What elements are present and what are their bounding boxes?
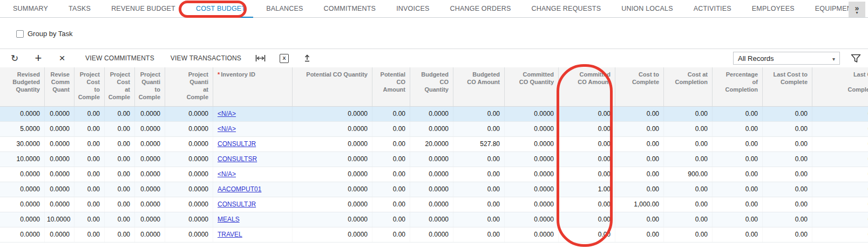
tab-union-locals[interactable]: UNION LOCALS [611,0,683,18]
cell-project_cost_at_completion[interactable]: 0.00 [105,107,135,121]
cell-committed_co_amount[interactable]: 0.00 [559,227,615,242]
cell-budgeted_co_amount[interactable]: 0.00 [453,227,505,242]
cell-budgeted_co_qty[interactable]: 0.0000 [410,107,453,121]
cell-last_cost_at_completion[interactable]: 0.00 [812,167,868,182]
cell-revised_budgeted_qty[interactable]: 0.0000 [0,212,45,227]
cell-committed_co_qty[interactable]: 0.0000 [505,197,559,212]
column-header-budgeted_co_qty[interactable]: BudgetedCOQuantity [410,67,453,106]
cell-last_cost_to_complete[interactable]: 0.00 [763,152,812,167]
column-header-last_cost_to_complete[interactable]: Last Cost toComplete [763,67,812,106]
cell-project_cost_at_completion[interactable]: 0.00 [105,212,135,227]
tab-cost-budget[interactable]: COST BUDGET [186,0,256,18]
cell-potential_co_qty[interactable]: 0.0000 [293,197,372,212]
cell-project_cost_at_completion[interactable]: 0.00 [105,227,135,242]
cell-revised_budgeted_qty[interactable]: 30.0000 [0,137,45,151]
column-header-project_qty_at_completion[interactable]: ProjectQuantiatComple [165,67,213,106]
cell-budgeted_co_qty[interactable]: 0.0000 [410,152,453,167]
column-header-inventory_id[interactable]: *Inventory ID [213,67,293,106]
cell-project_qty_to_complete[interactable]: 0.0000 [135,152,165,167]
cell-project_qty_to_complete[interactable]: 0.0000 [135,167,165,182]
cell-budgeted_co_qty[interactable]: 0.0000 [410,227,453,242]
delete-row-button[interactable]: × [55,52,69,64]
cell-project_qty_to_complete[interactable]: 0.0000 [135,182,165,197]
cell-revised_committed_qty[interactable]: 0.0000 [45,107,74,121]
cell-potential_co_amount[interactable]: 0.00 [372,227,410,242]
cell-pct_of_completion[interactable]: 0.00 [713,212,763,227]
table-row[interactable]: 30.00000.00000.000.000.00000.0000CONSULT… [0,137,868,152]
cell-cost_to_complete[interactable]: 0.00 [615,212,664,227]
cell-cost_at_completion[interactable]: 0.00 [664,212,713,227]
cell-inventory_id[interactable]: AACOMPUT01 [213,182,293,197]
cell-project_qty_at_completion[interactable]: 0.0000 [165,197,213,212]
cell-budgeted_co_qty[interactable]: 0.0000 [410,212,453,227]
cell-pct_of_completion[interactable]: 0.00 [713,122,763,136]
cell-committed_co_qty[interactable]: 0.0000 [505,137,559,151]
inventory-id-link[interactable]: TRAVEL [218,231,242,238]
cell-potential_co_qty[interactable]: 0.0000 [293,227,372,242]
cell-project_cost_to_complete[interactable]: 0.00 [74,197,105,212]
inventory-id-link[interactable]: CONSULTJR [218,200,256,208]
cell-project_qty_to_complete[interactable]: 0.0000 [135,212,165,227]
cell-last_cost_to_complete[interactable]: 0.00 [763,137,812,151]
cell-project_cost_at_completion[interactable]: 0.00 [105,122,135,136]
cell-revised_budgeted_qty[interactable]: 0.0000 [0,182,45,197]
table-row[interactable]: 0.00000.00000.000.000.00000.0000<N/A>0.0… [0,167,868,182]
tab-summary[interactable]: SUMMARY [3,0,58,18]
column-header-revised_budgeted_qty[interactable]: RevisedBudgetedQuantity [0,67,45,106]
column-header-project_cost_at_completion[interactable]: ProjectCostatComple [105,67,135,106]
cell-project_qty_at_completion[interactable]: 0.0000 [165,227,213,242]
cell-cost_at_completion[interactable]: 0.00 [664,152,713,167]
cell-revised_budgeted_qty[interactable]: 0.0000 [0,227,45,242]
cell-project_cost_to_complete[interactable]: 0.00 [74,152,105,167]
cell-last_cost_to_complete[interactable]: 0.00 [763,122,812,136]
cell-pct_of_completion[interactable]: 0.00 [713,227,763,242]
cell-committed_co_qty[interactable]: 0.0000 [505,182,559,197]
cell-cost_at_completion[interactable]: 900.00 [664,167,713,182]
cell-committed_co_amount[interactable]: 1.00 [559,182,615,197]
tab-balances[interactable]: BALANCES [256,0,313,18]
cell-revised_budgeted_qty[interactable]: 5.0000 [0,122,45,136]
cell-budgeted_co_amount[interactable]: 0.00 [453,122,505,136]
cell-project_cost_at_completion[interactable]: 0.00 [105,197,135,212]
cell-last_cost_at_completion[interactable]: 0.00 [812,122,868,136]
cell-revised_budgeted_qty[interactable]: 0.0000 [0,107,45,121]
cell-budgeted_co_qty[interactable]: 20.0000 [410,137,453,151]
cell-cost_at_completion[interactable]: 0.00 [664,182,713,197]
cell-potential_co_amount[interactable]: 0.00 [372,182,410,197]
cell-last_cost_to_complete[interactable]: 0.00 [763,227,812,242]
tab-employees[interactable]: EMPLOYEES [742,0,805,18]
cell-revised_committed_qty[interactable]: 0.0000 [45,167,74,182]
cell-project_cost_at_completion[interactable]: 0.00 [105,167,135,182]
cell-inventory_id[interactable]: CONSULTJR [213,137,293,151]
cell-last_cost_at_completion[interactable]: 0.00 [812,152,868,167]
cell-committed_co_qty[interactable]: 0.0000 [505,152,559,167]
cell-revised_committed_qty[interactable]: 0.0000 [45,227,74,242]
cell-revised_committed_qty[interactable]: 0.0000 [45,122,74,136]
cell-cost_to_complete[interactable]: 0.00 [615,167,664,182]
cell-last_cost_at_completion[interactable]: 0.00 [812,227,868,242]
cell-potential_co_qty[interactable]: 0.0000 [293,152,372,167]
cell-project_qty_at_completion[interactable]: 0.0000 [165,122,213,136]
cell-committed_co_amount[interactable]: 0.00 [559,167,615,182]
view-transactions-button[interactable]: VIEW TRANSACTIONS [171,54,241,62]
cell-pct_of_completion[interactable]: 0.00 [713,107,763,121]
cell-cost_to_complete[interactable]: 0.00 [615,182,664,197]
cell-potential_co_amount[interactable]: 0.00 [372,197,410,212]
cell-cost_at_completion[interactable]: 0.00 [664,137,713,151]
cell-inventory_id[interactable]: TRAVEL [213,227,293,242]
cell-project_qty_to_complete[interactable]: 0.0000 [135,197,165,212]
cell-committed_co_amount[interactable]: 0.00 [559,197,615,212]
cell-budgeted_co_qty[interactable]: 0.0000 [410,197,453,212]
cell-project_qty_at_completion[interactable]: 0.0000 [165,152,213,167]
inventory-id-link[interactable]: <N/A> [218,170,236,178]
cell-committed_co_qty[interactable]: 0.0000 [505,212,559,227]
cell-potential_co_amount[interactable]: 0.00 [372,152,410,167]
column-header-project_cost_to_complete[interactable]: ProjectCosttoComple [74,67,105,106]
tab-change-requests[interactable]: CHANGE REQUESTS [521,0,612,18]
table-row[interactable]: 0.00000.00000.000.000.00000.0000CONSULTJ… [0,197,868,212]
cell-revised_budgeted_qty[interactable]: 0.0000 [0,197,45,212]
cell-potential_co_qty[interactable]: 0.0000 [293,122,372,136]
cell-inventory_id[interactable]: CONSULTJR [213,197,293,212]
cell-revised_budgeted_qty[interactable]: 10.0000 [0,152,45,167]
cell-cost_to_complete[interactable]: 1,000.00 [615,197,664,212]
